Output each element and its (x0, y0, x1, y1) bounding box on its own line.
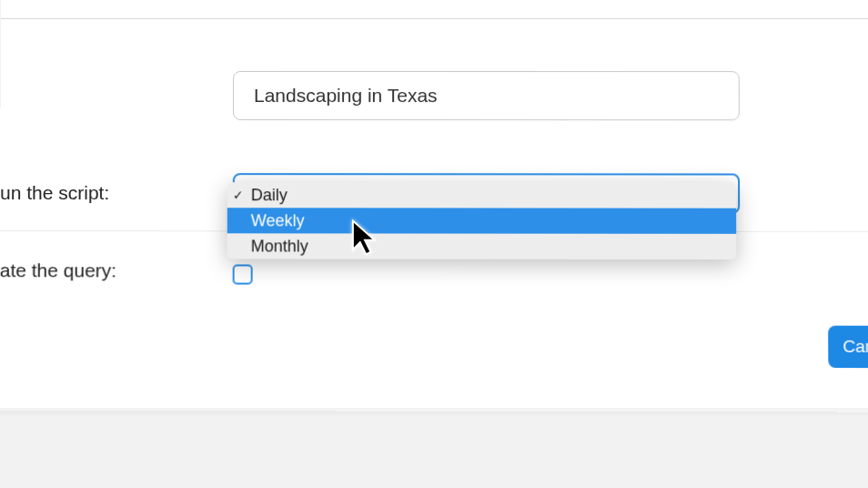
divider (1, 18, 868, 19)
frequency-dropdown: Daily Weekly Monthly (227, 182, 737, 259)
update-query-checkbox[interactable] (233, 264, 253, 284)
run-script-label: un the script: (0, 182, 109, 204)
dropdown-option-daily[interactable]: Daily (227, 182, 736, 208)
dropdown-option-weekly[interactable]: Weekly (227, 208, 736, 234)
update-query-label: ate the query: (0, 259, 116, 281)
dropdown-option-monthly[interactable]: Monthly (227, 233, 737, 259)
cancel-button[interactable]: Can (828, 326, 868, 368)
panel-shadow (0, 408, 868, 417)
search-term-input[interactable] (233, 71, 740, 120)
form-panel: un the script: Daily Weekly Monthly ate … (0, 0, 868, 412)
